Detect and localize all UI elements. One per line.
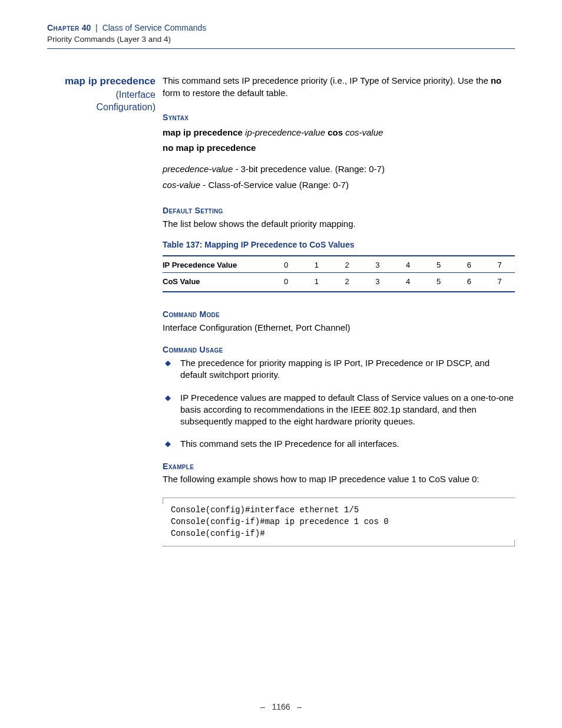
cell: 7 <box>484 256 515 273</box>
command-usage-heading: Command Usage <box>163 344 515 355</box>
cell: 0 <box>271 256 302 273</box>
syntax-map-cmd: map ip precedence <box>163 127 243 137</box>
cell: 1 <box>302 256 332 273</box>
cell: 4 <box>393 256 424 273</box>
list-item: IP Precedence values are mapped to defau… <box>163 392 515 428</box>
intro-text-b: form to restore the default table. <box>163 88 288 98</box>
footer-dash-right: – <box>297 702 302 711</box>
command-mode-text: Interface Configuration (Ethernet, Port … <box>163 322 515 334</box>
command-margin: map ip precedence (Interface Configurati… <box>47 75 163 546</box>
footer-dash-left: – <box>260 702 265 711</box>
cell: 5 <box>424 273 454 292</box>
command-context-line1: (Interface <box>47 88 156 101</box>
example-code: Console(config)#interface ethernet 1/5 C… <box>163 498 515 546</box>
intro-text-a: This command sets IP precedence priority… <box>163 75 491 85</box>
chapter-title: Class of Service Commands <box>103 23 207 32</box>
default-setting-text: The list below shows the default priorit… <box>163 218 515 230</box>
command-mode-heading: Command Mode <box>163 309 515 320</box>
cell: 1 <box>302 273 332 292</box>
cell: 3 <box>362 273 393 292</box>
syntax-cos-keyword: cos <box>328 127 343 137</box>
table-caption: Table 137: Mapping IP Precedence to CoS … <box>163 239 515 251</box>
usage-list: The precedence for priority mapping is I… <box>163 357 515 450</box>
syntax-precedence-arg: ip-precedence-value <box>245 127 325 137</box>
list-item: This command sets the IP Precedence for … <box>163 438 515 450</box>
list-item: The precedence for priority mapping is I… <box>163 357 515 381</box>
chapter-word: Chapter <box>47 23 80 32</box>
page-number: 1166 <box>272 702 290 711</box>
intro-no-keyword: no <box>491 75 501 85</box>
cell: 6 <box>454 256 484 273</box>
cell: 3 <box>362 256 393 273</box>
precedence-table: IP Precedence Value 0 1 2 3 4 5 6 7 CoS … <box>163 255 515 292</box>
example-text: The following example shows how to map I… <box>163 473 515 485</box>
arg2-desc: - Class-of-Service value (Range: 0-7) <box>200 180 349 190</box>
command-context-line2: Configuration) <box>47 101 156 114</box>
row1-label: IP Precedence Value <box>163 256 271 273</box>
syntax-heading: Syntax <box>163 112 515 123</box>
cell: 7 <box>484 273 515 292</box>
syntax-arg1: precedence-value - 3-bit precedence valu… <box>163 163 515 175</box>
cell: 2 <box>332 273 362 292</box>
header-separator: | <box>95 23 98 32</box>
arg1-name: precedence-value <box>163 164 233 174</box>
syntax-cos-arg: cos-value <box>345 127 383 137</box>
table-row: CoS Value 0 1 2 3 4 5 6 7 <box>163 273 515 292</box>
page-footer: – 1166 – <box>0 702 562 711</box>
command-name: map ip precedence <box>47 75 156 88</box>
cell: 4 <box>393 273 424 292</box>
syntax-line-1: map ip precedence ip-precedence-value co… <box>163 127 515 139</box>
default-setting-heading: Default Setting <box>163 205 515 216</box>
arg2-name: cos-value <box>163 180 200 190</box>
syntax-arg2: cos-value - Class-of-Service value (Rang… <box>163 179 515 191</box>
table-row: IP Precedence Value 0 1 2 3 4 5 6 7 <box>163 256 515 273</box>
chapter-number: 40 <box>82 23 91 32</box>
cell: 2 <box>332 256 362 273</box>
syntax-no-form: no map ip precedence <box>163 142 515 154</box>
cell: 6 <box>454 273 484 292</box>
cell: 0 <box>271 273 302 292</box>
section-subtitle: Priority Commands (Layer 3 and 4) <box>47 34 515 45</box>
example-heading: Example <box>163 461 515 472</box>
cell: 5 <box>424 256 454 273</box>
arg1-desc: - 3-bit precedence value. (Range: 0-7) <box>233 164 385 174</box>
intro-paragraph: This command sets IP precedence priority… <box>163 75 515 99</box>
row2-label: CoS Value <box>163 273 271 292</box>
page-header: Chapter 40 | Class of Service Commands P… <box>47 22 515 49</box>
